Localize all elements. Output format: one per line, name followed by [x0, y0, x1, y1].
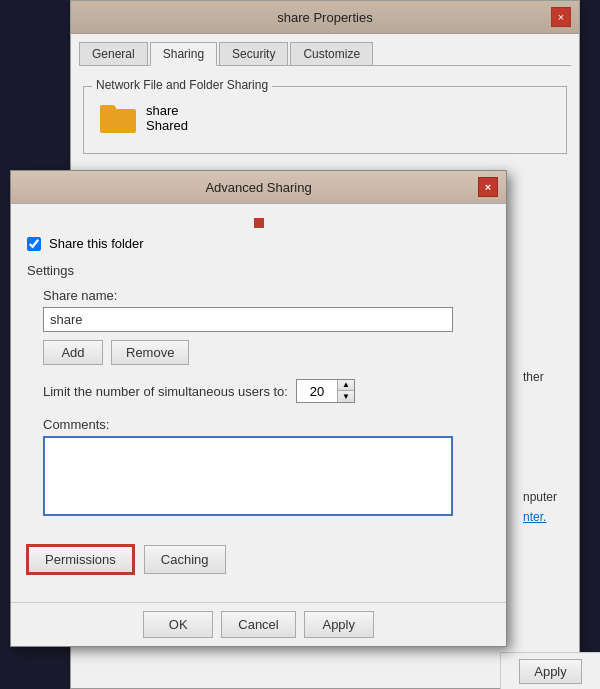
- bg-folder-info: share Shared: [146, 103, 188, 133]
- bg-titlebar: share Properties ×: [71, 1, 579, 34]
- advanced-sharing-dialog: Advanced Sharing × Share this folder Set…: [10, 170, 507, 647]
- share-folder-label: Share this folder: [49, 236, 144, 251]
- caching-button[interactable]: Caching: [144, 545, 226, 574]
- tab-sharing[interactable]: Sharing: [150, 42, 217, 66]
- permissions-caching-row: Permissions Caching: [27, 545, 490, 574]
- bg-tabs-container: General Sharing Security Customize: [71, 34, 579, 65]
- bg-window-title: share Properties: [99, 10, 551, 25]
- settings-section-label: Settings: [27, 263, 490, 278]
- bg-group-box: Network File and Folder Sharing share Sh…: [83, 86, 567, 154]
- adv-dialog-footer: OK Cancel Apply: [11, 602, 506, 646]
- remove-button[interactable]: Remove: [111, 340, 189, 365]
- comments-label: Comments:: [43, 417, 482, 432]
- permissions-button[interactable]: Permissions: [27, 545, 134, 574]
- bg-folder-name: share: [146, 103, 188, 118]
- partial-text-right-1: ther: [523, 370, 598, 384]
- apply-button[interactable]: Apply: [304, 611, 374, 638]
- tab-security[interactable]: Security: [219, 42, 288, 65]
- bg-group-label: Network File and Folder Sharing: [92, 78, 272, 92]
- tab-customize[interactable]: Customize: [290, 42, 373, 65]
- spinner-buttons: ▲ ▼: [337, 380, 354, 402]
- settings-box: Share name: Add Remove Limit the number …: [27, 284, 490, 531]
- limit-label: Limit the number of simultaneous users t…: [43, 384, 288, 399]
- bg-close-icon: ×: [558, 11, 564, 23]
- user-limit-input[interactable]: [297, 381, 337, 402]
- bg-content-area: Network File and Folder Sharing share Sh…: [71, 66, 579, 166]
- bg-folder-status: Shared: [146, 118, 188, 133]
- bg-folder-row: share Shared: [96, 95, 554, 141]
- partial-link[interactable]: nter.: [523, 510, 546, 524]
- user-limit-spinner: ▲ ▼: [296, 379, 355, 403]
- bg-close-button[interactable]: ×: [551, 7, 571, 27]
- share-folder-checkbox[interactable]: [27, 237, 41, 251]
- partial-text-right-2: nputer nter.: [523, 490, 598, 524]
- add-button[interactable]: Add: [43, 340, 103, 365]
- adv-dialog-body: Share this folder Settings Share name: A…: [11, 204, 506, 602]
- bg-apply-button[interactable]: Apply: [519, 659, 582, 684]
- red-dot-indicator: [254, 218, 264, 228]
- cancel-button[interactable]: Cancel: [221, 611, 295, 638]
- adv-titlebar: Advanced Sharing ×: [11, 171, 506, 204]
- ok-button[interactable]: OK: [143, 611, 213, 638]
- share-name-label: Share name:: [43, 288, 482, 303]
- adv-close-icon: ×: [485, 181, 491, 193]
- share-folder-row: Share this folder: [27, 236, 490, 251]
- tab-general[interactable]: General: [79, 42, 148, 65]
- adv-dialog-title: Advanced Sharing: [39, 180, 478, 195]
- share-name-input[interactable]: [43, 307, 453, 332]
- comments-textarea[interactable]: [43, 436, 453, 516]
- spinner-down-button[interactable]: ▼: [338, 391, 354, 402]
- limit-users-row: Limit the number of simultaneous users t…: [43, 379, 482, 403]
- folder-icon: [100, 103, 136, 133]
- spinner-up-button[interactable]: ▲: [338, 380, 354, 391]
- bg-apply-area: Apply: [500, 652, 600, 689]
- adv-close-button[interactable]: ×: [478, 177, 498, 197]
- add-remove-row: Add Remove: [43, 340, 482, 365]
